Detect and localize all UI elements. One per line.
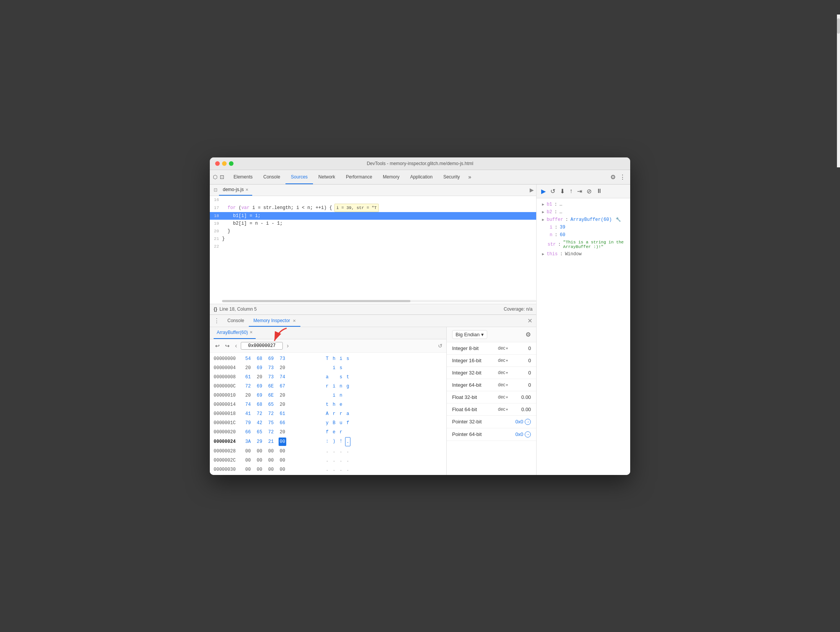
left-main-panel: ⊡ demo-js.js ✕ ▶ 16 17 [210,185,536,475]
buffer-memory-icon[interactable]: 🔧 [616,217,621,222]
tab-console-bottom[interactable]: Console [223,314,249,327]
memory-inspector-close-icon[interactable]: ✕ [293,319,296,323]
hex-forward-button[interactable]: ↪ [224,342,231,350]
pause-button[interactable]: ↺ [550,187,556,196]
tab-network[interactable]: Network [313,170,341,184]
status-coverage: Coverage: n/a [504,306,532,312]
maximize-button[interactable] [229,161,234,166]
tab-elements[interactable]: Elements [228,170,258,184]
tab-sources[interactable]: Sources [285,170,313,184]
arraybuffer-tab[interactable]: ArrayBuffer(60) ✕ [214,327,256,339]
settings-gear-icon[interactable]: ⚙ [608,173,618,181]
hex-row-6: 00000018 41 72 72 61 A r [210,409,446,418]
value-link-ptr32[interactable]: 0x0 → [515,419,531,425]
value-label-ptr64: Pointer 64-bit [452,431,498,437]
step-over-button[interactable]: ⬇ [559,187,566,196]
value-row-int64: Integer 64-bit dec ▾ 0 [447,379,536,391]
arraybuffer-tab-label: ArrayBuffer(60) [217,327,248,339]
value-panel-gear-icon[interactable]: ⚙ [525,331,531,338]
bottom-panel-close-icon[interactable]: ✕ [527,317,532,324]
value-format-float32[interactable]: dec ▾ [498,394,508,400]
hex-row-4: 00000010 20 69 6E 20 i [210,391,446,400]
b2-expand-icon[interactable]: ▶ [542,210,544,214]
value-number-float64: 0.00 [508,407,531,412]
value-format-int16[interactable]: dec ▾ [498,358,508,363]
close-button[interactable] [215,161,220,166]
b1-expand-icon[interactable]: ▶ [542,202,544,207]
value-format-int32[interactable]: dec ▾ [498,370,508,375]
mobile-icon[interactable]: ⊡ [220,174,224,180]
value-row-float64: Float 64-bit dec ▾ 0.00 [447,404,536,416]
code-line-22: 22 [210,243,536,250]
deactivate-breakpoints-button[interactable]: ⊘ [586,187,592,196]
devtools-window: DevTools - memory-inspector.glitch.me/de… [210,157,630,475]
minimize-button[interactable] [222,161,227,166]
hex-refresh-button[interactable]: ↺ [438,343,443,349]
tab-memory-inspector[interactable]: Memory Inspector ✕ [249,314,300,327]
code-line-17: 17 for (var i = str.length; i < n; ++i) … [210,204,536,212]
code-line-18: 18 b1[i] = i; [210,212,536,220]
tab-security[interactable]: Security [438,170,465,184]
endian-select[interactable]: Big Endian ▾ [452,330,487,339]
pause-on-exceptions-button[interactable]: ⏸ [595,187,603,195]
cursor-icon[interactable]: ⬡ [213,174,217,180]
value-number-int16: 0 [508,358,531,363]
tab-performance[interactable]: Performance [341,170,378,184]
editor-nav-icon[interactable]: ⊡ [212,187,219,193]
value-rows: Integer 8-bit dec ▾ 0 Integer 16-bit [447,342,536,475]
editor-filename: demo-js.js [223,187,244,192]
value-row-int16: Integer 16-bit dec ▾ 0 [447,355,536,367]
arraybuffer-tab-close[interactable]: ✕ [250,327,253,339]
editor-file-tab[interactable]: demo-js.js ✕ [219,184,252,196]
hex-row-10: 00000028 00 00 00 00 . . [210,447,446,456]
tab-memory[interactable]: Memory [378,170,405,184]
hex-row-3: 0000000C 72 69 6E 67 r i [210,382,446,391]
value-row-int8: Integer 8-bit dec ▾ 0 [447,342,536,355]
value-format-int8[interactable]: dec ▾ [498,345,508,351]
hex-chars: T h i s [324,355,350,363]
value-link-ptr64[interactable]: 0x0 → [515,431,531,438]
code-tooltip: i = 39, str = "T [334,204,379,212]
value-row-int32: Integer 32-bit dec ▾ 0 [447,367,536,379]
debugger-toolbar: ▶ ↺ ⬇ ↑ ⇥ ⊘ ⏸ [537,185,630,198]
endian-chevron-icon: ▾ [481,332,484,337]
endian-label: Big Endian [456,332,480,337]
step-out-button[interactable]: ⇥ [576,187,583,196]
scope-item-buffer: ▶ buffer : ArrayBuffer(60) 🔧 [537,216,630,224]
scope-variables: ▶ b1 : … ▶ b2 : … ▶ buffer : ArrayBuffer… [537,198,630,475]
scope-item-b1: ▶ b1 : … [537,201,630,208]
value-label-ptr32: Pointer 32-bit [452,419,498,425]
hex-prev-button[interactable]: ‹ [234,342,238,350]
hex-next-button[interactable]: › [285,342,290,350]
editor-close-icon[interactable]: ✕ [245,188,248,192]
resume-button[interactable]: ▶ [540,187,546,196]
value-format-int64[interactable]: dec ▾ [498,382,508,387]
value-format-float64[interactable]: dec ▾ [498,407,508,412]
scope-item-b2: ▶ b2 : … [537,208,630,216]
hex-table: 00000000 54 68 69 73 T h [210,353,446,475]
tab-console[interactable]: Console [258,170,285,184]
hex-row-8: 00000020 66 65 72 20 f e [210,428,446,437]
hex-row-9-selected: 00000024 3A 29 21 00 : ) [210,437,446,447]
editor-tabs-bar: ⊡ demo-js.js ✕ ▶ [210,185,536,196]
editor-forward-icon[interactable]: ▶ [530,187,534,193]
this-expand-icon[interactable]: ▶ [542,252,544,256]
tab-application[interactable]: Application [405,170,438,184]
step-into-button[interactable]: ↑ [569,187,573,195]
arraybuffer-tabs: ArrayBuffer(60) ✕ [210,327,446,339]
buffer-expand-icon[interactable]: ▶ [542,217,544,222]
hex-panel: ArrayBuffer(60) ✕ ↩ ↪ ‹ [210,327,447,475]
scope-item-i: i : 39 [537,224,630,231]
more-tabs-button[interactable]: » [465,170,474,184]
hex-address-input[interactable] [241,342,283,350]
code-area: 16 17 for (var i = str.length; i < n; ++… [210,196,536,304]
hex-back-button[interactable]: ↩ [214,342,221,350]
value-panel: Big Endian ▾ ⚙ Integer 8-bit dec [447,327,536,475]
window-title: DevTools - memory-inspector.glitch.me/de… [367,161,474,166]
hex-row-12: 00000030 00 00 00 00 . . [210,465,446,474]
more-options-icon[interactable]: ⋮ [618,173,627,181]
braces-icon: {} [214,306,217,312]
value-number-float32: 0.00 [508,394,531,400]
hex-row-2: 00000008 61 20 73 74 a [210,373,446,382]
bottom-menu-icon[interactable]: ⋮ [214,317,220,324]
